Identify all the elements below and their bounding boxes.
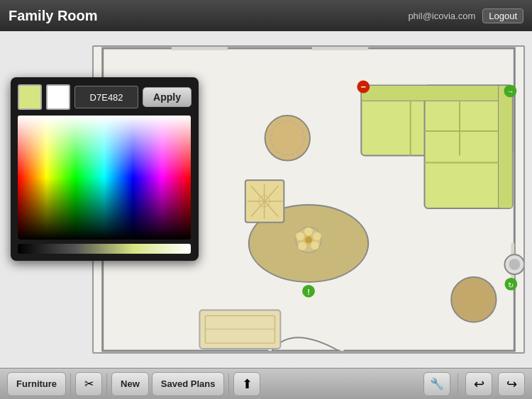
svg-rect-3: [340, 335, 344, 351]
share-icon: ⬆: [242, 376, 253, 392]
bottom-toolbar: Furniture ✂ New Saved Plans ⬆ 🔧 ↩ ↪: [0, 368, 532, 399]
current-color-swatch[interactable]: [18, 84, 42, 110]
color-picker-panel: Apply: [11, 77, 199, 261]
svg-point-24: [298, 242, 306, 250]
svg-point-23: [311, 241, 319, 249]
svg-point-27: [265, 116, 310, 160]
main-area: − → ↻: [0, 31, 532, 368]
svg-point-21: [304, 227, 313, 236]
app-header: Family Room phil@icovia.com Logout: [0, 0, 532, 31]
svg-rect-4: [172, 47, 228, 50]
svg-rect-10: [499, 85, 513, 208]
svg-point-22: [313, 232, 321, 241]
wrench-button[interactable]: 🔧: [423, 372, 450, 396]
svg-point-25: [296, 232, 304, 241]
redo-button[interactable]: ↪: [498, 372, 525, 396]
redo-icon: ↪: [506, 376, 517, 392]
svg-point-32: [509, 259, 520, 270]
new-button[interactable]: New: [111, 372, 149, 396]
page-title: Family Room: [9, 8, 98, 24]
svg-text:−: −: [361, 82, 367, 92]
share-button[interactable]: ⬆: [233, 372, 260, 396]
svg-point-29: [451, 277, 496, 322]
furniture-button[interactable]: Furniture: [7, 372, 66, 396]
toolbar-separator-4: [458, 373, 458, 395]
toolbar-separator-3: [228, 373, 229, 395]
svg-rect-5: [312, 47, 368, 50]
logout-button[interactable]: Logout: [482, 9, 523, 23]
scissors-button[interactable]: ✂: [75, 372, 102, 396]
svg-rect-9: [361, 85, 512, 101]
header-right: phil@icovia.com Logout: [408, 9, 523, 23]
color-brightness-bar[interactable]: [18, 244, 191, 254]
color-swatches-row: Apply: [18, 84, 192, 110]
user-email: phil@icovia.com: [408, 11, 475, 21]
svg-point-26: [305, 237, 312, 244]
saved-plans-button[interactable]: Saved Plans: [152, 372, 225, 396]
svg-text:→: →: [506, 87, 514, 96]
wrench-icon: 🔧: [430, 377, 444, 390]
scissors-icon: ✂: [84, 377, 94, 390]
undo-icon: ↩: [474, 376, 484, 392]
svg-text:!: !: [307, 288, 310, 296]
toolbar-separator-2: [106, 373, 107, 395]
toolbar-separator-1: [70, 373, 71, 395]
toolbar-right-group: 🔧 ↩ ↪: [422, 372, 526, 396]
white-color-swatch[interactable]: [46, 84, 70, 110]
color-hex-input[interactable]: [74, 86, 138, 108]
color-gradient[interactable]: [18, 116, 191, 240]
svg-text:↻: ↻: [508, 281, 514, 289]
apply-button[interactable]: Apply: [143, 87, 192, 107]
undo-button[interactable]: ↩: [465, 372, 492, 396]
